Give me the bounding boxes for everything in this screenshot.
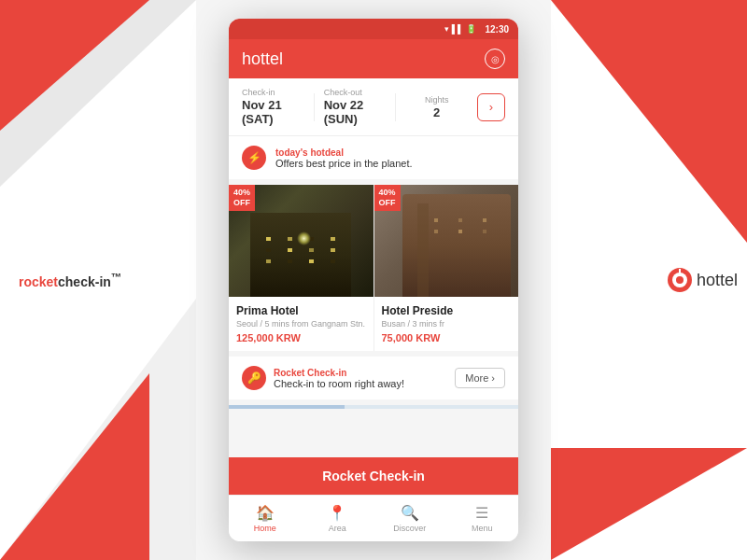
- checkin-field[interactable]: Check-in Nov 21 (SAT): [242, 88, 304, 126]
- location-icon[interactable]: ◎: [485, 49, 505, 69]
- hotel-card-preside[interactable]: 40%OFF Hotel Preside Busan / 3 mins fr 7…: [374, 185, 519, 351]
- left-branding: rocketcheck-in™: [19, 271, 122, 289]
- hotdeal-banner: ⚡ today's hotdeal Offers best price in t…: [229, 136, 518, 179]
- rocket-checkin-button[interactable]: Rocket Check-in: [229, 457, 518, 495]
- checkout-field[interactable]: Check-out Nov 22 (SUN): [324, 88, 387, 126]
- status-time: 12:30: [485, 24, 509, 35]
- nights-field: Nights 2: [405, 95, 468, 119]
- rocket-symbol: 🔑: [247, 371, 261, 385]
- preside-name: Hotel Preside: [382, 304, 512, 317]
- hotdeal-desc: Offers best price in the planet.: [275, 158, 413, 169]
- hotdeal-text: today's hotdeal Offers best price in the…: [275, 147, 413, 169]
- progress-bar: [229, 405, 518, 409]
- rocket-text: Rocket Check-in Check-in to room right a…: [274, 368, 404, 389]
- bg-red-tri-top-left: [0, 0, 149, 131]
- hotdeal-title: today's hotdeal: [275, 147, 413, 158]
- progress-fill: [229, 405, 345, 409]
- brand-text: rocketcheck-in™: [19, 271, 122, 289]
- hotels-row: 40%OFF Prima Hotel Seoul / 5 mins from G…: [229, 185, 518, 351]
- rocket-title: Rocket Check-in: [274, 368, 404, 378]
- hotdeal-icon: ⚡: [242, 146, 266, 170]
- hottel-logo-icon: [667, 267, 693, 293]
- nights-label: Nights: [405, 95, 468, 105]
- nav-home[interactable]: 🏠 Home: [229, 496, 302, 541]
- nav-menu-label: Menu: [472, 524, 493, 533]
- home-icon: 🏠: [256, 504, 275, 522]
- brand-rocket: rocket: [19, 274, 58, 289]
- wifi-icon: ▾: [444, 24, 449, 34]
- rocket-left: 🔑 Rocket Check-in Check-in to room right…: [242, 366, 404, 390]
- status-icons: ▾ ▌▌ 🔋: [444, 24, 477, 34]
- checkin-value: Nov 21 (SAT): [242, 98, 304, 126]
- preside-info: Hotel Preside Busan / 3 mins fr 75,000 K…: [374, 297, 519, 351]
- prima-price: 125,000 KRW: [236, 332, 366, 343]
- app-header: hottel ◎: [229, 39, 518, 78]
- preside-badge: 40%OFF: [374, 185, 401, 211]
- prima-name: Prima Hotel: [236, 304, 366, 317]
- area-icon: 📍: [328, 504, 346, 522]
- nights-value: 2: [405, 105, 468, 119]
- nav-discover-label: Discover: [393, 524, 426, 533]
- phone-frame: ▾ ▌▌ 🔋 12:30 hottel ◎ Check-in Nov 21 (S…: [229, 19, 518, 541]
- right-brand-name: hottel: [697, 271, 738, 290]
- bottom-nav: 🏠 Home 📍 Area 🔍 Discover ☰ Menu: [229, 495, 518, 541]
- rocket-icon: 🔑: [242, 366, 266, 390]
- checkin-label: Check-in: [242, 88, 304, 97]
- svg-rect-3: [679, 269, 681, 273]
- nav-discover[interactable]: 🔍 Discover: [374, 496, 446, 541]
- location-symbol: ◎: [491, 54, 500, 64]
- rocket-desc: Check-in to room right away!: [274, 378, 404, 389]
- svg-point-2: [676, 276, 684, 284]
- brand-tm: ™: [111, 271, 122, 283]
- brand-checkin: check-in: [58, 274, 111, 289]
- signal-icon: ▌▌: [452, 24, 464, 34]
- more-label: More: [465, 372, 488, 384]
- prima-location: Seoul / 5 mins from Gangnam Stn.: [236, 319, 366, 329]
- nav-area[interactable]: 📍 Area: [302, 496, 374, 541]
- date-bar: Check-in Nov 21 (SAT) Check-out Nov 22 (…: [229, 78, 518, 136]
- nav-area-label: Area: [329, 524, 346, 533]
- rocket-checkin-section: 🔑 Rocket Check-in Check-in to room right…: [229, 357, 518, 399]
- more-button[interactable]: More ›: [455, 368, 505, 388]
- rocket-header: 🔑 Rocket Check-in Check-in to room right…: [242, 366, 505, 390]
- date-divider: [314, 93, 315, 121]
- right-branding: hottel: [667, 267, 738, 293]
- prima-badge: 40%OFF: [229, 185, 255, 211]
- bg-red-tri-bot-left: [0, 373, 149, 560]
- nav-home-label: Home: [254, 524, 276, 533]
- hotel-card-prima[interactable]: 40%OFF Prima Hotel Seoul / 5 mins from G…: [229, 185, 374, 351]
- rocket-checkin-label: Rocket Check-in: [322, 469, 425, 483]
- app-title: hottel: [242, 49, 283, 69]
- prima-info: Prima Hotel Seoul / 5 mins from Gangnam …: [229, 297, 374, 351]
- main-content: ⚡ today's hotdeal Offers best price in t…: [229, 136, 518, 457]
- nav-menu[interactable]: ☰ Menu: [446, 496, 519, 541]
- checkout-value: Nov 22 (SUN): [324, 98, 387, 126]
- status-bar: ▾ ▌▌ 🔋 12:30: [229, 19, 518, 39]
- menu-icon: ☰: [475, 504, 488, 522]
- preside-location: Busan / 3 mins fr: [382, 319, 512, 329]
- lightning-icon: ⚡: [247, 151, 261, 164]
- battery-icon: 🔋: [466, 24, 476, 34]
- bg-red-tri-top-right: [551, 0, 747, 243]
- bg-red-tri-bot-right: [551, 448, 747, 560]
- date-divider-2: [395, 93, 396, 121]
- discover-icon: 🔍: [401, 504, 419, 522]
- checkout-label: Check-out: [324, 88, 387, 97]
- more-arrow-icon: ›: [491, 372, 495, 384]
- preside-price: 75,000 KRW: [382, 332, 512, 343]
- next-button[interactable]: ›: [477, 93, 505, 121]
